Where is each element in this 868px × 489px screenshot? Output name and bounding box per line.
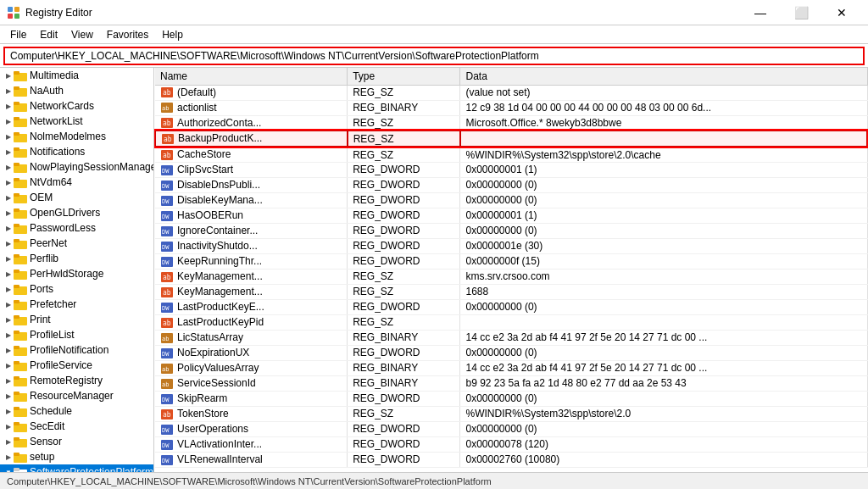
table-row[interactable]: abCacheStoreREG_SZ%WINDIR%\System32\spp\… <box>155 147 867 162</box>
expand-arrow-icon[interactable]: ▶ <box>3 360 14 370</box>
expand-arrow-icon[interactable]: ▶ <box>3 147 14 157</box>
tree-item[interactable]: ▶ Multimedia <box>0 68 153 83</box>
expand-arrow-icon[interactable]: ▶ <box>3 436 14 447</box>
tree-item[interactable]: ▶ ProfileNotification <box>0 342 153 358</box>
tree-item[interactable]: ▶ Sensor <box>0 434 153 449</box>
expand-arrow-icon[interactable]: ▶ <box>3 223 14 233</box>
expand-arrow-icon[interactable]: ▶ <box>3 406 14 416</box>
menu-edit[interactable]: Edit <box>33 27 64 42</box>
tree-item[interactable]: ▶ NtVdm64 <box>0 175 153 190</box>
folder-icon <box>14 390 27 402</box>
tree-item[interactable]: ▶ NaAuth <box>0 83 153 98</box>
tree-item[interactable]: ▶ OEM <box>0 190 153 205</box>
table-row[interactable]: DWKeepRunningThr...REG_DWORD0x0000000f (… <box>155 253 867 269</box>
expand-arrow-icon[interactable]: ▶ <box>3 177 14 187</box>
table-row[interactable]: abTokenStoreREG_SZ%WINDIR%\System32\spp\… <box>155 406 867 421</box>
expand-arrow-icon[interactable]: ▶ <box>3 192 14 203</box>
table-row[interactable]: abServiceSessionIdREG_BINARYb9 92 23 5a … <box>155 375 867 391</box>
table-row[interactable]: abAuthorizedConta...REG_SZMicrosoft.Offi… <box>155 115 867 131</box>
table-row[interactable]: abKeyManagement...REG_SZkms.srv.crsoo.co… <box>155 269 867 284</box>
value-name: DWLastProductKeyE... <box>155 299 348 314</box>
reg-type-icon: ab <box>160 317 174 329</box>
expand-arrow-icon[interactable]: ▶ <box>3 345 14 355</box>
tree-item[interactable]: ▶ Ports <box>0 281 153 297</box>
menu-file[interactable]: File <box>3 27 33 42</box>
value-name: DWVLRenewalInterval <box>155 452 348 467</box>
value-name: abLastProductKeyPid <box>155 314 348 330</box>
expand-arrow-icon[interactable]: ▶ <box>3 101 14 111</box>
table-row[interactable]: ab(Default)REG_SZ(value not set) <box>155 85 867 100</box>
expand-arrow-icon[interactable]: ▶ <box>3 314 14 325</box>
tree-item[interactable]: ▶ SecEdit <box>0 419 153 434</box>
table-row[interactable]: DWDisableDnsPubli...REG_DWORD0x00000000 … <box>155 177 867 192</box>
value-data: b9 92 23 5a fa a2 1d 48 80 e2 77 dd aa 2… <box>460 375 867 391</box>
expand-arrow-icon[interactable]: ▶ <box>3 116 14 126</box>
expand-arrow-icon[interactable]: ▶ <box>3 375 14 386</box>
tree-item[interactable]: ▶ PerHwldStorage <box>0 266 153 281</box>
tree-item[interactable]: ▶ setup <box>0 449 153 464</box>
table-row[interactable]: DWVLRenewalIntervalREG_DWORD0x00002760 (… <box>155 452 867 467</box>
reg-type-icon: ab <box>160 378 174 390</box>
table-row[interactable]: DWLastProductKeyE...REG_DWORD0x00000000 … <box>155 299 867 314</box>
table-row[interactable]: DWHasOOBERunREG_DWORD0x00000001 (1) <box>155 208 867 223</box>
menu-favorites[interactable]: Favorites <box>100 27 155 42</box>
tree-item[interactable]: ▶ PeerNet <box>0 236 153 251</box>
table-row[interactable]: abactionlistREG_BINARY12 c9 38 1d 04 00 … <box>155 100 867 115</box>
tree-item[interactable]: ▶ Notifications <box>0 144 153 159</box>
table-row[interactable]: DWInactivityShutdo...REG_DWORD0x0000001e… <box>155 238 867 253</box>
table-row[interactable]: abBackupProductK...REG_SZ <box>155 131 867 147</box>
table-row[interactable]: abPolicyValuesArrayREG_BINARY14 cc e2 3a… <box>155 360 867 375</box>
tree-item[interactable]: ▶ ResourceManager <box>0 388 153 403</box>
tree-item[interactable]: ▶ OpenGLDrivers <box>0 205 153 220</box>
table-row[interactable]: DWSkipRearmREG_DWORD0x00000000 (0) <box>155 391 867 406</box>
tree-item[interactable]: ▶ NolmeModelmes <box>0 129 153 144</box>
address-input[interactable] <box>3 47 865 65</box>
table-row[interactable]: abLastProductKeyPidREG_SZ <box>155 314 867 330</box>
svg-rect-17 <box>14 163 19 166</box>
tree-item[interactable]: ▶ Perflib <box>0 251 153 266</box>
tree-item[interactable]: ▶ Schedule <box>0 403 153 419</box>
table-row[interactable]: DWClipSvcStartREG_DWORD0x00000001 (1) <box>155 162 867 177</box>
expand-arrow-icon[interactable]: ▶ <box>3 452 14 462</box>
value-type: REG_DWORD <box>348 421 460 436</box>
tree-item[interactable]: ▶ ProfileService <box>0 358 153 373</box>
menu-help[interactable]: Help <box>155 27 190 42</box>
expand-arrow-icon[interactable]: ▶ <box>3 284 14 294</box>
tree-item[interactable]: ▶ NetworkList <box>0 114 153 129</box>
table-row[interactable]: DWUserOperationsREG_DWORD0x00000000 (0) <box>155 421 867 436</box>
maximize-button[interactable]: ⬜ <box>782 0 821 25</box>
svg-text:ab: ab <box>163 152 171 159</box>
minimize-button[interactable]: — <box>741 0 780 25</box>
table-row[interactable]: abLicStatusArrayREG_BINARY14 cc e2 3a 2d… <box>155 330 867 345</box>
expand-arrow-icon[interactable]: ▶ <box>3 131 14 142</box>
tree-item[interactable]: ▶ NetworkCards <box>0 98 153 114</box>
expand-arrow-icon[interactable]: ▶ <box>3 162 14 172</box>
value-data: 0x00000000 (0) <box>460 299 867 314</box>
table-row[interactable]: DWDisableKeyMana...REG_DWORD0x00000000 (… <box>155 192 867 208</box>
tree-item[interactable]: ▶ ProfileList <box>0 327 153 342</box>
expand-arrow-icon[interactable]: ▶ <box>3 299 14 309</box>
tree-item[interactable]: ▶ NowPlayingSessionManager <box>0 159 153 175</box>
expand-arrow-icon[interactable]: ▶ <box>3 238 14 248</box>
expand-arrow-icon[interactable]: ▶ <box>3 269 14 279</box>
tree-item[interactable]: ▶ Prefetcher <box>0 297 153 312</box>
expand-arrow-icon[interactable]: ▶ <box>3 421 14 431</box>
close-button[interactable]: ✕ <box>822 0 861 25</box>
table-row[interactable]: DWNoExpirationUXREG_DWORD0x00000000 (0) <box>155 345 867 360</box>
tree-item[interactable]: ▶ RemoteRegistry <box>0 373 153 388</box>
expand-arrow-icon[interactable]: ▶ <box>3 70 14 81</box>
table-row[interactable]: abKeyManagement...REG_SZ1688 <box>155 284 867 299</box>
expand-arrow-icon[interactable]: ▶ <box>3 330 14 340</box>
expand-arrow-icon[interactable]: ▼ <box>3 467 14 472</box>
expand-arrow-icon[interactable]: ▶ <box>3 391 14 401</box>
tree-item[interactable]: ▶ PasswordLess <box>0 220 153 236</box>
tree-item-label: Sensor <box>30 436 62 447</box>
menu-view[interactable]: View <box>64 27 100 42</box>
expand-arrow-icon[interactable]: ▶ <box>3 86 14 96</box>
expand-arrow-icon[interactable]: ▶ <box>3 253 14 264</box>
table-row[interactable]: DWIgnoreContainer...REG_DWORD0x00000000 … <box>155 223 867 238</box>
expand-arrow-icon[interactable]: ▶ <box>3 208 14 218</box>
tree-item[interactable]: ▼ SoftwareProtectionPlatform <box>0 464 153 472</box>
tree-item[interactable]: ▶ Print <box>0 312 153 327</box>
table-row[interactable]: DWVLActivationInter...REG_DWORD0x0000007… <box>155 436 867 452</box>
